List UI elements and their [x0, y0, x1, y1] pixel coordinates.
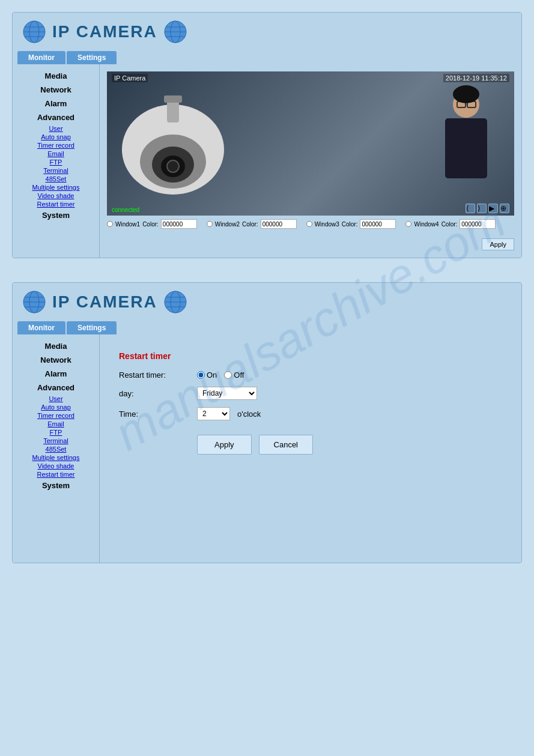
sidebar-media-top[interactable]: Media	[13, 69, 99, 83]
sidebar-autosnap-bottom[interactable]: Auto snap	[13, 403, 99, 411]
window1-radio[interactable]	[107, 221, 113, 227]
sidebar-multiplesettings-top[interactable]: Multiple settings	[13, 183, 99, 192]
sidebar-485set-top[interactable]: 485Set	[13, 175, 99, 183]
sidebar-ftp-top[interactable]: FTP	[13, 158, 99, 166]
sidebar-ftp-bottom[interactable]: FTP	[13, 428, 99, 437]
top-panel: IP CAMERA Monitor Settings Media Network…	[12, 12, 522, 258]
sidebar-user-top[interactable]: User	[13, 124, 99, 133]
window1-color-input[interactable]	[161, 219, 197, 229]
sidebar-485set-bottom[interactable]: 485Set	[13, 445, 99, 453]
window1-color-label: Color:	[142, 221, 159, 228]
sidebar-system-top[interactable]: System	[13, 208, 99, 222]
window2-color-label: Color:	[242, 221, 258, 228]
top-nav-tabs: Monitor Settings	[13, 51, 521, 64]
sidebar-timerrecord-bottom[interactable]: Timer record	[13, 411, 99, 420]
window4-label: Window4	[414, 221, 438, 228]
window4-radio[interactable]	[405, 221, 411, 227]
sidebar-videoshade-top[interactable]: Video shade	[13, 192, 99, 200]
globe-icon-left-bottom	[22, 290, 46, 314]
time-controls: 0 1 2 3 4 5 o'clock	[197, 407, 261, 420]
camera-feed: IP Camera 2018-12-19 11:35:12	[107, 71, 514, 250]
off-radio[interactable]	[224, 371, 232, 379]
window3-color-label: Color:	[342, 221, 358, 228]
sidebar-terminal-top[interactable]: Terminal	[13, 166, 99, 175]
on-radio-label[interactable]: On	[197, 370, 217, 380]
window4-color-input[interactable]	[460, 219, 496, 229]
window-picker-3: Window3 Color:	[306, 219, 396, 229]
camera-controls: ⟨ ⟩ ▶ ⊕	[466, 204, 509, 213]
time-select[interactable]: 0 1 2 3 4 5	[197, 407, 230, 420]
camera-image: IP Camera 2018-12-19 11:35:12	[107, 71, 514, 216]
sidebar-system-bottom[interactable]: System	[13, 479, 99, 492]
sidebar-alarm-bottom[interactable]: Alarm	[13, 367, 99, 381]
svg-rect-16	[164, 95, 182, 103]
sidebar-timerrecord-top[interactable]: Timer record	[13, 141, 99, 150]
tab-settings-bottom[interactable]: Settings	[67, 321, 117, 334]
bottom-panel-header: IP CAMERA	[13, 283, 521, 321]
time-row: Time: 0 1 2 3 4 5 o'clock	[119, 407, 502, 420]
off-label: Off	[234, 370, 244, 380]
time-label: Time:	[119, 410, 197, 419]
ctrl-btn-1[interactable]: ⟨	[466, 204, 475, 213]
ctrl-btn-4[interactable]: ⊕	[500, 204, 509, 213]
action-buttons: Apply Cancel	[197, 435, 502, 455]
sidebar-autosnap-top[interactable]: Auto snap	[13, 133, 99, 141]
on-label: On	[207, 370, 217, 380]
sidebar-videoshade-bottom[interactable]: Video shade	[13, 462, 99, 470]
sidebar-email-bottom[interactable]: Email	[13, 420, 99, 428]
sidebar-restarttimer-bottom[interactable]: Restart timer	[13, 470, 99, 479]
sidebar-terminal-bottom[interactable]: Terminal	[13, 437, 99, 445]
sidebar-user-bottom[interactable]: User	[13, 395, 99, 403]
apply-button-bottom[interactable]: Apply	[197, 435, 252, 455]
window4-color-label: Color:	[441, 221, 458, 228]
restart-timer-title: Restart timer	[119, 351, 502, 361]
window-picker-2: Window2 Color:	[207, 219, 297, 229]
window3-radio[interactable]	[306, 221, 312, 227]
tab-monitor-top[interactable]: Monitor	[17, 51, 65, 64]
window2-color-input[interactable]	[261, 219, 297, 229]
sidebar-multiplesettings-bottom[interactable]: Multiple settings	[13, 453, 99, 462]
window2-label: Window2	[215, 221, 240, 228]
on-radio[interactable]	[197, 371, 205, 379]
sidebar-network-bottom[interactable]: Network	[13, 353, 99, 367]
sidebar-alarm-top[interactable]: Alarm	[13, 97, 99, 110]
bottom-content: Restart timer Restart timer: On Off	[100, 334, 521, 563]
cancel-button-bottom[interactable]: Cancel	[259, 435, 313, 455]
apply-button-top[interactable]: Apply	[482, 238, 514, 250]
sidebar-advanced-bottom[interactable]: Advanced	[13, 381, 99, 395]
top-content: IP Camera 2018-12-19 11:35:12	[100, 64, 521, 258]
svg-rect-21	[445, 118, 487, 178]
window2-radio[interactable]	[207, 221, 213, 227]
day-row: day: Monday Tuesday Wednesday Thursday F…	[119, 387, 502, 400]
camera-label: IP Camera	[112, 74, 148, 82]
off-radio-label[interactable]: Off	[224, 370, 244, 380]
tab-monitor-bottom[interactable]: Monitor	[17, 321, 65, 334]
dome-camera-svg	[119, 95, 227, 204]
top-main-layout: Media Network Alarm Advanced User Auto s…	[13, 64, 521, 258]
sidebar-email-top[interactable]: Email	[13, 150, 99, 158]
window-picker-1: Window1 Color:	[107, 219, 197, 229]
oclock-text: o'clock	[237, 410, 261, 419]
restart-timer-label: Restart timer:	[119, 370, 197, 380]
sidebar-advanced-top[interactable]: Advanced	[13, 110, 99, 124]
sidebar-restarttimer-top[interactable]: Restart timer	[13, 200, 99, 208]
sidebar-media-bottom[interactable]: Media	[13, 339, 99, 353]
top-panel-header: IP CAMERA	[13, 13, 521, 51]
ctrl-btn-3[interactable]: ▶	[488, 204, 498, 213]
ctrl-btn-2[interactable]: ⟩	[477, 204, 487, 213]
day-select[interactable]: Monday Tuesday Wednesday Thursday Friday…	[197, 387, 257, 400]
top-sidebar: Media Network Alarm Advanced User Auto s…	[13, 64, 100, 258]
globe-icon-left	[22, 20, 46, 44]
restart-timer-radio-group: On Off	[197, 370, 244, 380]
camera-status: connected	[112, 207, 139, 213]
svg-point-14	[167, 160, 179, 172]
restart-timer-row: Restart timer: On Off	[119, 370, 502, 380]
person-svg	[424, 83, 496, 216]
tab-settings-top[interactable]: Settings	[67, 51, 117, 64]
sidebar-network-top[interactable]: Network	[13, 83, 99, 97]
panel2-title: IP CAMERA	[52, 292, 157, 312]
camera-timestamp: 2018-12-19 11:35:12	[443, 74, 509, 82]
panel1-title: IP CAMERA	[52, 22, 157, 41]
window3-color-input[interactable]	[360, 219, 396, 229]
bottom-main-layout: Media Network Alarm Advanced User Auto s…	[13, 334, 521, 563]
